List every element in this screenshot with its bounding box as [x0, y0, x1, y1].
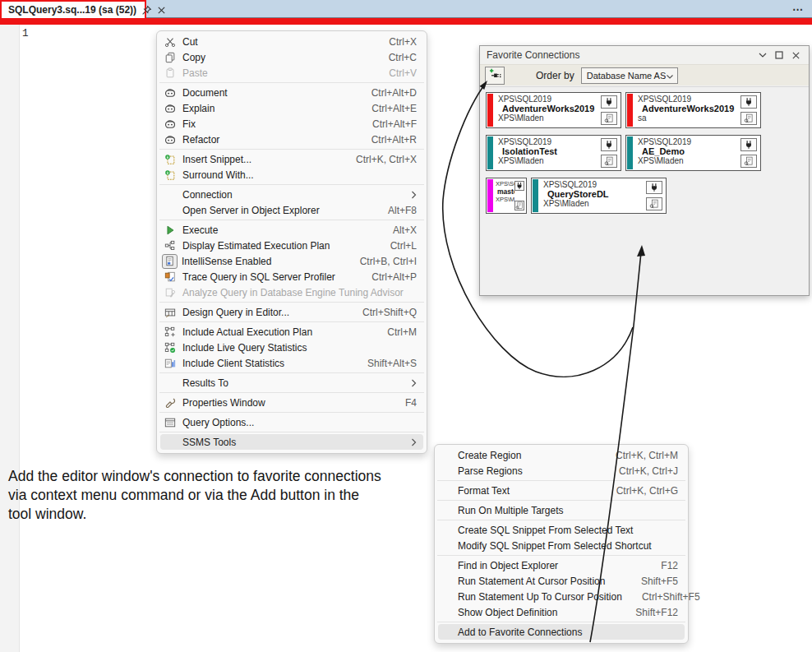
- connect-button[interactable]: [601, 95, 617, 109]
- order-by-select[interactable]: Database Name ASC: [581, 67, 678, 84]
- close-icon[interactable]: [787, 48, 804, 62]
- menu-item[interactable]: Parse RegionsCtrl+K, Ctrl+J: [438, 463, 685, 479]
- menu-item[interactable]: DocumentCtrl+Alt+D: [160, 85, 423, 100]
- editor-gutter: [0, 25, 20, 652]
- query-options-icon: [162, 417, 178, 428]
- menu-item-shortcut: Ctrl+M: [387, 326, 417, 338]
- menu-item[interactable]: Add to Favorite Connections: [438, 624, 685, 640]
- connection-card[interactable]: XPS\SQL2019masterXPS\Mladen: [486, 178, 527, 214]
- menu-item-label: Query Options...: [182, 417, 397, 428]
- menu-item[interactable]: Modify SQL Snippet From Selected Shortcu…: [438, 538, 685, 553]
- connection-card[interactable]: XPS\SQL2019AdventureWorks2019sa: [625, 92, 761, 128]
- connection-color-stripe: [533, 179, 538, 212]
- menu-item[interactable]: Run On Multiple Targets: [438, 502, 685, 518]
- menu-item-shortcut: Ctrl+Alt+P: [371, 271, 417, 283]
- pin-icon[interactable]: [141, 3, 152, 16]
- new-query-button[interactable]: [646, 197, 662, 210]
- menu-item[interactable]: Format TextCtrl+K, Ctrl+G: [438, 483, 685, 498]
- menu-item[interactable]: Include Live Query Statistics: [160, 340, 423, 355]
- menu-item[interactable]: PasteCtrl+V: [160, 65, 423, 81]
- menu-item[interactable]: RefactorCtrl+Alt+R: [160, 132, 423, 147]
- connection-card-text: XPS\SQL2019AE_DemoXPS\Mladen: [634, 136, 740, 170]
- tab-sql-query[interactable]: SQLQuery3.sq...19 (sa (52)): [0, 0, 146, 18]
- menu-item[interactable]: ExecuteAlt+X: [160, 222, 423, 238]
- menu-item-label: Include Live Query Statistics: [182, 342, 397, 354]
- connection-card[interactable]: XPS\SQL2019AE_DemoXPS\Mladen: [625, 135, 761, 171]
- menu-item-shortcut: Ctrl+Alt+F: [372, 118, 417, 130]
- menu-item-label: Execute: [182, 224, 373, 236]
- chevron-down-icon: [666, 68, 674, 83]
- menu-separator: [159, 82, 424, 83]
- menu-item[interactable]: Design Query in Editor...Ctrl+Shift+Q: [160, 304, 423, 320]
- window-toolbar: Order by Database Name ASC: [480, 64, 809, 86]
- new-query-button[interactable]: [514, 201, 524, 210]
- connect-button[interactable]: [646, 181, 662, 194]
- menu-item-label: Run On Multiple Targets: [458, 505, 658, 516]
- menu-item[interactable]: FixCtrl+Alt+F: [160, 116, 423, 132]
- menu-item[interactable]: IntelliSense EnabledCtrl+B, Ctrl+I: [160, 253, 423, 269]
- new-query-button[interactable]: [740, 155, 757, 168]
- copilot-icon: [162, 134, 178, 146]
- menu-item[interactable]: Surround With...: [160, 167, 423, 183]
- connection-card[interactable]: XPS\SQL2019AdventureWorks2019XPS\Mladen: [486, 92, 621, 128]
- menu-item-label: Format Text: [458, 485, 597, 497]
- menu-item[interactable]: CutCtrl+X: [160, 34, 423, 49]
- design-query-icon: [162, 307, 178, 318]
- menu-separator: [159, 372, 424, 373]
- connect-button[interactable]: [514, 181, 524, 191]
- window-options-chevron-icon[interactable]: [754, 48, 771, 62]
- menu-item-shortcut: Shift+Alt+S: [367, 358, 417, 369]
- menu-item-shortcut: Ctrl+K, Ctrl+X: [356, 154, 417, 165]
- server-name: XPS\SQL2019: [498, 95, 601, 104]
- menu-item[interactable]: Results To: [160, 375, 423, 391]
- menu-item[interactable]: Open Server in Object ExplorerAlt+F8: [160, 202, 423, 218]
- maximize-icon[interactable]: [771, 48, 787, 62]
- menu-item[interactable]: SSMS Tools: [160, 434, 423, 450]
- menu-item[interactable]: Create RegionCtrl+K, Ctrl+M: [438, 447, 685, 463]
- menu-item[interactable]: Insert Snippet...Ctrl+K, Ctrl+X: [160, 151, 423, 167]
- database-name: IsolationTest: [498, 146, 601, 156]
- menu-item[interactable]: Properties WindowF4: [160, 395, 423, 410]
- connect-button[interactable]: [601, 138, 617, 151]
- tuning-advisor-icon: [162, 287, 178, 298]
- connect-button[interactable]: [740, 138, 757, 151]
- menu-item[interactable]: Trace Query in SQL Server ProfilerCtrl+A…: [160, 269, 423, 284]
- new-query-button[interactable]: [601, 155, 617, 168]
- menu-item[interactable]: Include Client StatisticsShift+Alt+S: [160, 355, 423, 371]
- order-by-value: Database Name ASC: [587, 71, 666, 81]
- menu-item-label: Create SQL Snippet From Selected Text: [458, 525, 658, 536]
- menu-item-label: Display Estimated Execution Plan: [182, 240, 371, 252]
- connection-card[interactable]: XPS\SQL2019QueryStoreDLXPS\Mladen: [531, 178, 667, 214]
- profiler-icon: [162, 271, 178, 283]
- menu-item-label: Run Statement At Cursor Position: [458, 576, 621, 587]
- tab-overflow-icon[interactable]: ⋯: [792, 3, 804, 16]
- menu-item[interactable]: Show Object DefinitionShift+F12: [438, 604, 685, 620]
- menu-item[interactable]: Include Actual Execution PlanCtrl+M: [160, 324, 423, 340]
- menu-item[interactable]: ExplainCtrl+Alt+E: [160, 100, 423, 116]
- menu-item[interactable]: Analyze Query in Database Engine Tuning …: [160, 284, 423, 300]
- menu-item[interactable]: Find in Object ExplorerF12: [438, 557, 685, 573]
- new-query-button[interactable]: [601, 112, 617, 125]
- close-icon[interactable]: [157, 3, 166, 16]
- menu-item[interactable]: Display Estimated Execution PlanCtrl+L: [160, 238, 423, 253]
- menu-item[interactable]: Run Statement At Cursor PositionShift+F5: [438, 573, 685, 589]
- add-connection-button[interactable]: [485, 67, 505, 85]
- menu-item[interactable]: Run Statement Up To Cursor PositionCtrl+…: [438, 589, 685, 604]
- menu-item-label: Add to Favorite Connections: [458, 627, 658, 638]
- menu-item[interactable]: Connection: [160, 187, 423, 202]
- connection-card[interactable]: XPS\SQL2019IsolationTestXPS\Mladen: [486, 135, 621, 171]
- menu-separator: [159, 412, 424, 413]
- menu-item-shortcut: Ctrl+B, Ctrl+I: [360, 256, 417, 267]
- connect-button[interactable]: [740, 95, 757, 109]
- menu-separator: [437, 520, 685, 520]
- submenu-arrow-icon: [411, 438, 417, 446]
- menu-item-label: Include Actual Execution Plan: [182, 326, 367, 338]
- menu-item[interactable]: CopyCtrl+C: [160, 49, 423, 65]
- menu-item-label: Insert Snippet...: [182, 154, 336, 165]
- menu-item[interactable]: Query Options...: [160, 414, 423, 430]
- card-actions: [514, 178, 526, 213]
- menu-item[interactable]: Create SQL Snippet From Selected Text: [438, 522, 685, 538]
- new-query-button[interactable]: [740, 112, 757, 125]
- menu-separator: [159, 302, 424, 303]
- menu-separator: [437, 500, 685, 501]
